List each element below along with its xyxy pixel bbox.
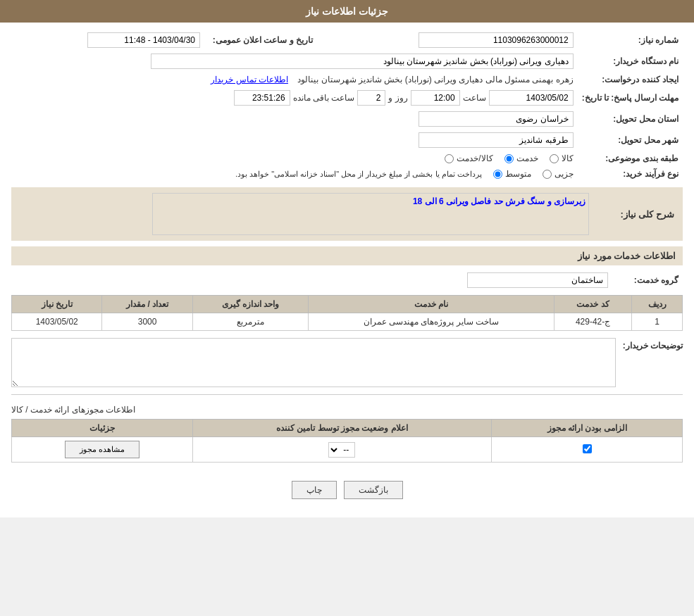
category-kala-text: کالا <box>562 153 574 163</box>
deadline-date-input[interactable] <box>489 90 574 106</box>
service-group-table: گروه خدمت: <box>11 270 683 291</box>
buttons-row: بازگشت چاپ <box>11 470 683 510</box>
category-kala-khedmat-text: کالا/خدمت <box>457 153 492 163</box>
cell-row: 1 <box>632 313 683 331</box>
service-group-value <box>11 270 612 291</box>
announce-label: تاریخ و ساعت اعلان عمومی: <box>204 30 317 51</box>
category-khedmat-label[interactable]: خدمت <box>504 153 538 163</box>
purchase-type-label: نوع فرآیند خرید: <box>578 166 683 182</box>
category-kala-label[interactable]: کالا <box>550 153 574 163</box>
th-unit: واحد اندازه گیری <box>192 296 308 313</box>
creator-value: زهره بهمنی مسئول مالی دهیاری ویرانی (نور… <box>11 72 578 87</box>
print-button[interactable]: چاپ <box>292 481 337 499</box>
th-service-name: نام خدمت <box>309 296 554 313</box>
need-desc-label: شرح کلی نیاز: <box>605 193 674 235</box>
need-desc-text: زیرسازی و سنگ فرش حد فاصل ویرانی 6 الی 1… <box>413 196 585 206</box>
need-number-value <box>317 30 578 51</box>
category-value: کالا خدمت کالا/خدمت <box>11 151 578 166</box>
table-row: 1 ج-42-429 ساخت سایر پروژه‌های مهندسی عم… <box>12 313 683 331</box>
deadline-remaining-input[interactable] <box>234 90 290 106</box>
service-group-label: گروه خدمت: <box>612 270 683 291</box>
need-desc-section-title: شرح کلی نیاز: زیرسازی و سنگ فرش حد فاصل … <box>11 187 683 241</box>
purchase-motavaset-label[interactable]: متوسط <box>493 169 531 179</box>
list-item: -- مشاهده مجوز <box>12 437 683 463</box>
services-table: ردیف کد خدمت نام خدمت واحد اندازه گیری ت… <box>11 295 683 331</box>
category-kala-radio[interactable] <box>550 154 559 163</box>
city-input[interactable] <box>419 132 574 148</box>
cell-service-code: ج-42-429 <box>554 313 632 331</box>
cell-quantity: 3000 <box>102 313 192 331</box>
city-label: شهر محل تحویل: <box>578 130 683 151</box>
notes-row: توضیحات خریدار: <box>11 338 683 387</box>
category-label: طبقه بندی موضوعی: <box>578 151 683 166</box>
permit-required-checkbox[interactable] <box>583 444 592 453</box>
service-group-input[interactable] <box>467 272 608 288</box>
th-service-code: کد خدمت <box>554 296 632 313</box>
cell-permit-status: -- <box>192 437 492 463</box>
th-row: ردیف <box>632 296 683 313</box>
purchase-note: پرداخت تمام یا بخشی از مبلغ خریدار از مح… <box>235 170 482 179</box>
deadline-label: مهلت ارسال پاسخ: تا تاریخ: <box>578 87 683 108</box>
th-permits-status: اعلام وضعیت مجوز توسط تامین کننده <box>192 420 492 437</box>
services-section-title: اطلاعات خدمات مورد نیاز <box>11 246 683 265</box>
permit-status-select[interactable]: -- <box>328 442 355 458</box>
province-label: استان محل تحویل: <box>578 108 683 130</box>
purchase-jozi-text: جزیی <box>554 169 574 179</box>
category-khedmat-radio[interactable] <box>504 154 514 163</box>
deadline-time-label: ساعت <box>463 93 486 103</box>
contact-link[interactable]: اطلاعات تماس خریدار <box>211 75 288 84</box>
need-desc-box: زیرسازی و سنگ فرش حد فاصل ویرانی 6 الی 1… <box>152 193 589 235</box>
need-desc-table: شرح کلی نیاز: زیرسازی و سنگ فرش حد فاصل … <box>18 191 676 237</box>
buyer-org-value <box>11 51 578 72</box>
purchase-jozi-radio[interactable] <box>543 170 552 179</box>
need-number-input[interactable] <box>419 32 574 48</box>
announce-value <box>11 30 204 51</box>
purchase-jozi-label[interactable]: جزیی <box>543 169 574 179</box>
creator-text: زهره بهمنی مسئول مالی دهیاری ویرانی (نور… <box>297 75 573 84</box>
province-value <box>11 108 578 130</box>
page-title: جزئیات اطلاعات نیاز <box>306 6 388 17</box>
deadline-days-label: روز و <box>388 93 407 103</box>
deadline-remaining-label: ساعت باقی مانده <box>293 93 355 103</box>
th-quantity: تعداد / مقدار <box>102 296 192 313</box>
purchase-motavaset-text: متوسط <box>505 169 531 179</box>
category-kala-khedmat-label[interactable]: کالا/خدمت <box>445 153 492 163</box>
page-header: جزئیات اطلاعات نیاز <box>0 0 694 23</box>
cell-unit: مترمربع <box>192 313 308 331</box>
deadline-days-input[interactable] <box>357 90 385 106</box>
section-divider <box>11 394 683 395</box>
permits-title-text: اطلاعات مجوزهای ارائه خدمت / کالا <box>11 405 135 415</box>
notes-label: توضیحات خریدار: <box>623 338 683 351</box>
category-kala-khedmat-radio[interactable] <box>445 154 454 163</box>
view-permit-button[interactable]: مشاهده مجوز <box>65 441 140 458</box>
purchase-motavaset-radio[interactable] <box>493 170 502 179</box>
content-area: شماره نیاز: تاریخ و ساعت اعلان عمومی: نا… <box>0 23 694 517</box>
cell-service-name: ساخت سایر پروژه‌های مهندسی عمران <box>309 313 554 331</box>
category-khedmat-text: خدمت <box>516 153 538 163</box>
purchase-type-value: جزیی متوسط پرداخت تمام یا بخشی از مبلغ خ… <box>11 166 578 182</box>
cell-date: 1403/05/02 <box>12 313 102 331</box>
th-permits-required: الزامی بودن ارائه مجوز <box>492 420 683 437</box>
permits-section-title: اطلاعات مجوزهای ارائه خدمت / کالا <box>11 401 683 419</box>
buyer-org-input[interactable] <box>151 54 574 69</box>
back-button[interactable]: بازگشت <box>344 481 403 499</box>
buyer-org-label: نام دستگاه خریدار: <box>578 51 683 72</box>
cell-permit-details: مشاهده مجوز <box>12 437 193 463</box>
province-input[interactable] <box>419 111 574 127</box>
cell-permit-required <box>492 437 683 463</box>
th-date: تاریخ نیاز <box>12 296 102 313</box>
info-table: شماره نیاز: تاریخ و ساعت اعلان عمومی: نا… <box>11 30 683 182</box>
creator-label: ایجاد کننده درخواست: <box>578 72 683 87</box>
notes-textarea[interactable] <box>11 338 616 387</box>
city-value <box>11 130 578 151</box>
deadline-time-input[interactable] <box>411 90 460 106</box>
page-container: جزئیات اطلاعات نیاز شماره نیاز: تاریخ و … <box>0 0 694 517</box>
deadline-value: ساعت روز و ساعت باقی مانده <box>11 87 578 108</box>
announce-input[interactable] <box>87 32 200 48</box>
need-number-label: شماره نیاز: <box>578 30 683 51</box>
permits-table: الزامی بودن ارائه مجوز اعلام وضعیت مجوز … <box>11 419 683 463</box>
th-permits-details: جزئیات <box>12 420 193 437</box>
